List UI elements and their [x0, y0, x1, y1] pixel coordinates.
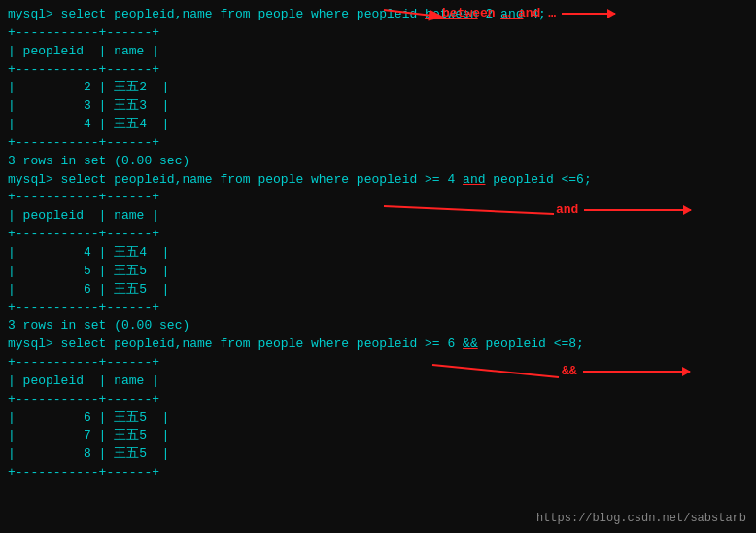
- table-divider-3: +-----------+------+: [8, 391, 748, 409]
- table-row: | 6 | 王五5 |: [8, 281, 748, 300]
- table-bottom-1: +-----------+------+: [8, 134, 748, 153]
- table-row: | 2 | 王五2 |: [8, 79, 748, 97]
- table-row: | 7 | 王五5 |: [8, 427, 748, 445]
- table-top-1: +-----------+------+: [8, 24, 748, 43]
- annotation-label-2: and: [556, 202, 578, 217]
- table-row: | 4 | 王五4 |: [8, 116, 748, 134]
- annotation-label-3: &&: [562, 364, 577, 378]
- table-row: | 5 | 王五5 |: [8, 263, 748, 281]
- table-bottom-3: +-----------+------+: [8, 464, 748, 482]
- command-line-3: mysql> select peopleid,name from people …: [8, 336, 748, 354]
- annotation-and: and: [556, 202, 691, 217]
- command-line-1: mysql> select peopleid,name from people …: [8, 6, 748, 24]
- table-row: | 3 | 王五3 |: [8, 97, 748, 116]
- table-row: | 8 | 王五5 |: [8, 445, 748, 464]
- table-divider-1: +-----------+------+: [8, 61, 748, 80]
- command-line-2: mysql> select peopleid,name from people …: [8, 171, 748, 190]
- result-info-1: 3 rows in set (0.00 sec): [8, 153, 748, 171]
- table-divider-2: +-----------+------+: [8, 226, 748, 244]
- table-bottom-2: +-----------+------+: [8, 300, 748, 318]
- annotation-label-1: between … and …: [442, 6, 556, 20]
- watermark: https://blog.csdn.net/sabstarb: [536, 512, 746, 525]
- table-row: | 6 | 王五5 |: [8, 409, 748, 428]
- annotation-and-and: &&: [562, 364, 690, 378]
- table-row: | 4 | 王五4 |: [8, 244, 748, 263]
- table-header-1: | peopleid | name |: [8, 43, 748, 61]
- annotation-between: between … and …: [442, 6, 615, 20]
- terminal-container: mysql> select peopleid,name from people …: [0, 0, 756, 488]
- result-info-2: 3 rows in set (0.00 sec): [8, 317, 748, 336]
